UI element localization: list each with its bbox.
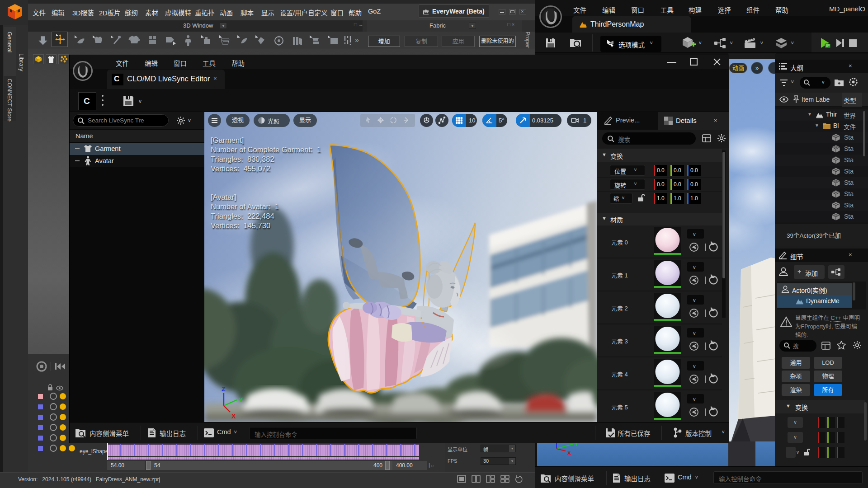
svg-text:Y: Y [239,396,243,404]
svg-text:元素 5: 元素 5 [611,404,628,411]
svg-text:元素 4: 元素 4 [611,371,628,378]
svg-text:Sta: Sta [844,190,854,197]
svg-text:X: X [567,450,571,456]
svg-text:元素 2: 元素 2 [611,305,628,312]
svg-text:元素 1: 元素 1 [611,272,628,279]
svg-text:元素 0: 元素 0 [611,239,628,246]
svg-text:Z: Z [222,385,226,393]
svg-text:Sta: Sta [844,156,854,164]
svg-text:Sta: Sta [844,179,854,186]
svg-text:Sta: Sta [844,202,854,209]
svg-text:Sta: Sta [844,145,854,152]
svg-text:X: X [231,413,236,420]
svg-text:Sta: Sta [844,134,854,141]
svg-text:Sta: Sta [844,213,854,220]
svg-text:Sta: Sta [844,168,854,175]
svg-text:»: » [355,36,359,44]
svg-text:元素 3: 元素 3 [611,338,628,345]
